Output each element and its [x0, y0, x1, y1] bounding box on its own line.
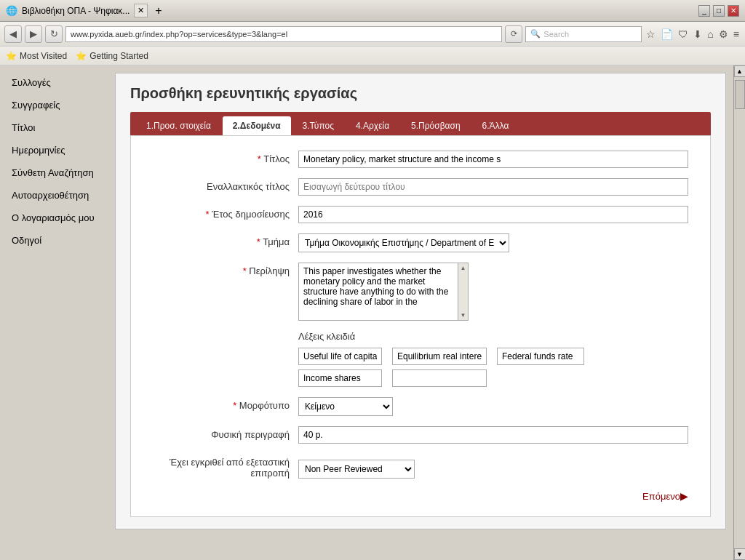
title-input[interactable]	[298, 151, 688, 168]
scroll-up-button[interactable]: ▲	[734, 65, 746, 77]
address-bar[interactable]: www.pyxida.aueb.gr/index.php?op=services…	[65, 26, 502, 42]
tab-other[interactable]: 6.Άλλα	[472, 116, 519, 135]
back-button[interactable]: ◀	[4, 25, 22, 43]
keywords-section: Λέξεις κλειδιά	[153, 331, 688, 387]
nav-bar: ◀ ▶ ↻ www.pyxida.aueb.gr/index.php?op=se…	[0, 22, 745, 47]
sidebar-item-autoarchive[interactable]: Αυτοαρχειοθέτηση	[0, 184, 108, 207]
page-scrollbar: ▲ ▼	[733, 65, 745, 560]
download-icon[interactable]: ⬇	[692, 27, 704, 41]
abstract-label: * Περίληψη	[153, 263, 298, 276]
scroll-thumb[interactable]	[735, 80, 745, 109]
sidebar-item-dates[interactable]: Ημερομηνίες	[0, 139, 108, 161]
keyword-input-5[interactable]	[392, 369, 487, 387]
bookmark-label-1: Most Visited	[20, 51, 67, 61]
year-row: * Έτος δημοσίευσης	[153, 206, 688, 223]
form-tabs: 1.Προσ. στοιχεία 2.Δεδομένα 3.Τύπος 4.Αρ…	[130, 112, 711, 135]
next-arrow-icon: ▶	[680, 490, 688, 502]
bookmarks-bar: ⭐ Most Visited ⭐ Getting Started	[0, 47, 745, 65]
format-row: * Μορφότυπο Κείμενο	[153, 397, 688, 416]
year-input[interactable]	[298, 206, 688, 223]
title-bar: 🌐 Βιβλιοθήκη ΟΠΑ - Ψηφιακ... ✕ + _ □ ✕	[0, 0, 745, 22]
bookmark-icon-2: ⭐	[76, 51, 87, 61]
abstract-wrapper: This paper investigates whether the mone…	[298, 263, 469, 321]
settings-icon[interactable]: ⚙	[717, 27, 730, 41]
abstract-scrollbar: ▲ ▼	[458, 263, 469, 321]
sidebar-item-authors[interactable]: Συγγραφείς	[0, 94, 108, 116]
menu-icon[interactable]: ≡	[732, 27, 741, 41]
page-title: Προσθήκη ερευνητικής εργασίας	[130, 85, 711, 102]
star-icon[interactable]: ☆	[645, 27, 657, 41]
alt-title-row: Εναλλακτικός τίτλος	[153, 178, 688, 196]
year-label: * Έτος δημοσίευσης	[153, 206, 298, 220]
bookmark-label-2: Getting Started	[89, 51, 148, 61]
browser-window: 🌐 Βιβλιοθήκη ΟΠΑ - Ψηφιακ... ✕ + _ □ ✕ ◀…	[0, 0, 745, 560]
tab-personal-info[interactable]: 1.Προσ. στοιχεία	[136, 116, 221, 135]
physical-label: Φυσική περιγραφή	[153, 426, 298, 440]
sidebar-item-advanced-search[interactable]: Σύνθετη Αναζήτηση	[0, 161, 108, 184]
tab-type[interactable]: 3.Τύπος	[292, 116, 344, 135]
sidebar-item-collections[interactable]: Συλλογές	[0, 71, 108, 94]
bookmark-icon-star: ⭐	[6, 51, 17, 61]
main-content: Προσθήκη ερευνητικής εργασίας 1.Προσ. στ…	[108, 65, 733, 560]
reload-button[interactable]: ⟳	[505, 25, 522, 43]
keyword-input-2[interactable]	[392, 348, 487, 365]
physical-input[interactable]	[298, 426, 688, 444]
keyword-input-4[interactable]	[298, 369, 382, 387]
window-controls: _ □ ✕	[698, 5, 739, 17]
bookmark-getting-started[interactable]: ⭐ Getting Started	[76, 51, 148, 61]
peer-row: Έχει εγκριθεί από εξεταστικήεπιτροπή Non…	[153, 454, 688, 479]
tab-data[interactable]: 2.Δεδομένα	[223, 116, 291, 135]
scroll-down-button[interactable]: ▼	[734, 548, 746, 560]
title-label: * Τίτλος	[153, 151, 298, 164]
alt-title-label: Εναλλακτικός τίτλος	[153, 178, 298, 192]
physical-row: Φυσική περιγραφή	[153, 426, 688, 444]
title-row: * Τίτλος	[153, 151, 688, 168]
scroll-up-arrow[interactable]: ▲	[461, 265, 466, 271]
shield-icon[interactable]: 🛡	[677, 27, 690, 41]
abstract-textarea[interactable]: This paper investigates whether the mone…	[298, 263, 458, 321]
maximize-button[interactable]: □	[713, 5, 725, 17]
keywords-row-2	[298, 369, 688, 387]
format-select[interactable]: Κείμενο	[298, 397, 393, 416]
alt-title-input[interactable]	[298, 178, 688, 196]
keywords-label: Λέξεις κλειδιά	[298, 331, 688, 342]
department-label: * Τμήμα	[153, 233, 298, 247]
keyword-input-3[interactable]	[497, 348, 584, 365]
minimize-button[interactable]: _	[698, 5, 710, 17]
bookmark-most-visited[interactable]: ⭐ Most Visited	[6, 51, 67, 61]
sidebar-item-titles[interactable]: Τίτλοι	[0, 116, 108, 139]
sidebar-item-guides[interactable]: Οδηγοί	[0, 229, 108, 252]
keywords-row-1	[298, 348, 688, 365]
forward-button[interactable]: ▶	[25, 25, 42, 43]
browser-icons: ☆ 📄 🛡 ⬇ ⌂ ⚙ ≡	[645, 27, 741, 41]
page-container: Προσθήκη ερευνητικής εργασίας 1.Προσ. στ…	[115, 73, 726, 529]
bookmark-icon[interactable]: 📄	[659, 27, 674, 41]
home-icon[interactable]: ⌂	[706, 27, 714, 41]
search-placeholder: Search	[543, 30, 569, 39]
department-row: * Τμήμα Τμήμα Οικονομικής Επιστήμης / De…	[153, 233, 688, 252]
browser-content: Συλλογές Συγγραφείς Τίτλοι Ημερομηνίες Σ…	[0, 65, 745, 560]
close-button[interactable]: ✕	[728, 5, 739, 17]
tab-close-btn[interactable]: ✕	[134, 4, 148, 17]
form-body: * Τίτλος Εναλλακτικός τίτλος * Έτος δημο…	[130, 135, 711, 517]
window-title: Βιβλιοθήκη ΟΠΑ - Ψηφιακ...	[22, 6, 130, 16]
new-tab-btn[interactable]: +	[155, 4, 162, 17]
url-text: www.pyxida.aueb.gr/index.php?op=services…	[71, 30, 287, 39]
format-label: * Μορφότυπο	[153, 397, 298, 411]
keyword-input-1[interactable]	[298, 348, 382, 365]
peer-select[interactable]: Non Peer Reviewed	[298, 460, 415, 479]
sidebar: Συλλογές Συγγραφείς Τίτλοι Ημερομηνίες Σ…	[0, 65, 108, 560]
peer-label: Έχει εγκριθεί από εξεταστικήεπιτροπή	[153, 454, 298, 479]
search-bar[interactable]: 🔍 Search	[525, 26, 642, 42]
scroll-down-arrow[interactable]: ▼	[461, 312, 466, 319]
next-button[interactable]: Επόμενο ▶	[153, 490, 688, 502]
abstract-row: * Περίληψη This paper investigates wheth…	[153, 263, 688, 321]
tab-access[interactable]: 5.Πρόσβαση	[401, 116, 471, 135]
tab-files[interactable]: 4.Αρχεία	[346, 116, 399, 135]
refresh-button[interactable]: ↻	[45, 25, 63, 43]
search-icon: 🔍	[530, 29, 541, 39]
department-select[interactable]: Τμήμα Οικονομικής Επιστήμης / Department…	[298, 233, 509, 252]
sidebar-item-account[interactable]: Ο λογαριασμός μου	[0, 207, 108, 229]
